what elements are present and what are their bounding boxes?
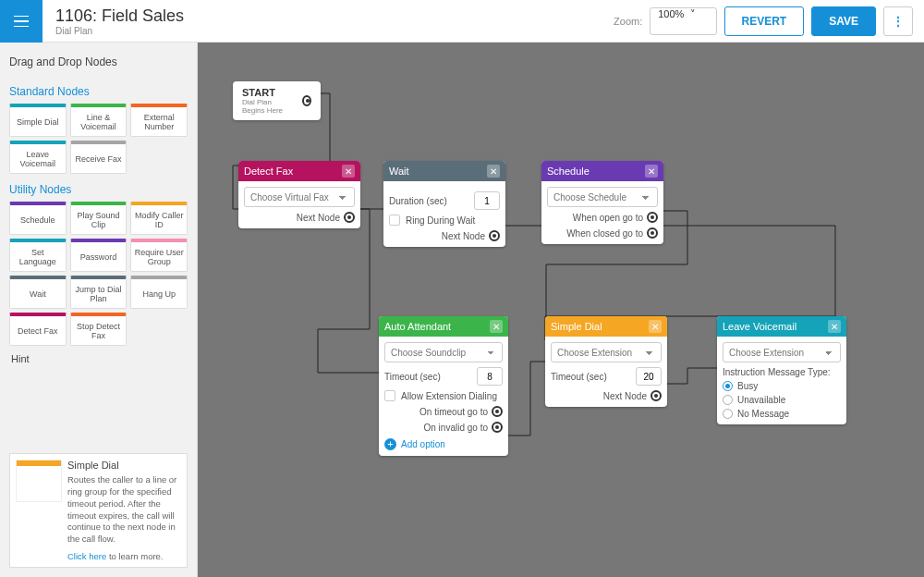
zoom-label: Zoom:	[614, 16, 642, 27]
duration-input[interactable]	[474, 191, 500, 210]
add-option-button[interactable]: +Add option	[384, 438, 503, 450]
hamburger-icon	[14, 16, 29, 27]
auto-attendant-node[interactable]: Auto Attendant✕ Choose Soundclip Timeout…	[379, 316, 508, 456]
hint-thumbnail	[16, 460, 62, 502]
node-tile[interactable]: Receive Fax	[70, 141, 128, 174]
drag-heading: Drag and Drop Nodes	[9, 55, 188, 68]
port-icon[interactable]	[489, 230, 500, 241]
title-area: 1106: Field Sales Dial Plan	[43, 6, 614, 36]
hint-body: Routes the caller to a line or ring grou…	[67, 474, 181, 546]
revert-button[interactable]: REVERT	[724, 6, 805, 36]
port-icon[interactable]	[344, 212, 355, 223]
close-icon[interactable]: ✕	[649, 320, 662, 333]
sidebar: Drag and Drop Nodes Standard Nodes Simpl…	[0, 43, 198, 577]
port-icon[interactable]	[650, 390, 662, 401]
close-icon[interactable]: ✕	[342, 165, 355, 178]
plus-icon: +	[384, 438, 396, 450]
virtual-fax-select[interactable]: Choose Virtual Fax	[244, 187, 355, 207]
leave-voicemail-node[interactable]: Leave Voicemail✕ Choose Extension Instru…	[717, 316, 846, 424]
port-icon[interactable]	[302, 95, 311, 106]
schedule-select[interactable]: Choose Schedule	[547, 187, 658, 207]
zoom-select[interactable]: 100% ˅	[650, 7, 716, 35]
radio-busy[interactable]: Busy	[723, 381, 841, 391]
close-icon[interactable]: ✕	[828, 320, 841, 333]
timeout-input[interactable]	[636, 367, 662, 386]
simple-dial-node[interactable]: Simple Dial✕ Choose Extension Timeout (s…	[545, 316, 667, 407]
page-title: 1106: Field Sales	[55, 6, 614, 26]
ring-checkbox[interactable]	[389, 215, 400, 226]
radio-icon	[723, 395, 733, 405]
node-tile[interactable]: Simple Dial	[9, 104, 67, 137]
node-tile[interactable]: Require User Group	[130, 239, 188, 272]
node-tile[interactable]: Hang Up	[130, 276, 188, 309]
close-icon[interactable]: ✕	[487, 165, 500, 178]
node-tile[interactable]: Set Language	[9, 239, 67, 272]
node-tile[interactable]: Password	[70, 239, 128, 272]
allow-ext-checkbox[interactable]	[384, 390, 395, 401]
page-subtitle: Dial Plan	[55, 26, 614, 36]
more-button[interactable]: ⋮	[883, 6, 913, 36]
node-tile[interactable]: Modify Caller ID	[130, 202, 188, 235]
close-icon[interactable]: ✕	[490, 320, 503, 333]
radio-icon	[723, 409, 733, 419]
hint-box: Simple Dial Routes the caller to a line …	[9, 453, 188, 568]
node-tile[interactable]: Wait	[9, 276, 67, 309]
radio-icon	[723, 381, 733, 391]
extension-select[interactable]: Choose Extension	[551, 342, 662, 362]
start-node[interactable]: START Dial Plan Begins Here	[233, 81, 321, 120]
port-icon[interactable]	[647, 212, 658, 223]
port-icon[interactable]	[492, 422, 503, 433]
utility-nodes-title: Utility Nodes	[9, 183, 188, 196]
vm-extension-select[interactable]: Choose Extension	[723, 342, 841, 362]
radio-no-message[interactable]: No Message	[723, 409, 841, 419]
close-icon[interactable]: ✕	[645, 165, 658, 178]
node-tile[interactable]: External Number	[130, 104, 188, 137]
soundclip-select[interactable]: Choose Soundclip	[384, 342, 503, 362]
connectors	[198, 43, 924, 577]
save-button[interactable]: SAVE	[811, 6, 876, 36]
node-tile[interactable]: Schedule	[9, 202, 67, 235]
node-tile[interactable]: Play Sound Clip	[70, 202, 128, 235]
standard-nodes-title: Standard Nodes	[9, 85, 188, 98]
node-tile[interactable]: Stop Detect Fax	[70, 313, 128, 346]
timeout-input[interactable]	[477, 367, 503, 386]
hint-label: Hint	[11, 353, 188, 364]
canvas[interactable]: START Dial Plan Begins Here Detect Fax✕ …	[198, 43, 924, 577]
hint-link[interactable]: Click here	[67, 551, 106, 561]
node-tile[interactable]: Jump to Dial Plan	[70, 276, 128, 309]
node-tile[interactable]: Line & Voicemail	[70, 104, 128, 137]
node-tile[interactable]: Detect Fax	[9, 313, 67, 346]
node-tile[interactable]: Leave Voicemail	[9, 141, 67, 174]
schedule-node[interactable]: Schedule✕ Choose Schedule When open go t…	[541, 161, 663, 244]
radio-unavailable[interactable]: Unavailable	[723, 395, 841, 405]
port-icon[interactable]	[647, 227, 658, 239]
detect-fax-node[interactable]: Detect Fax✕ Choose Virtual Fax Next Node	[238, 161, 360, 228]
wait-node[interactable]: Wait✕ Duration (sec) Ring During Wait Ne…	[383, 161, 505, 247]
port-icon[interactable]	[492, 406, 503, 417]
hint-title: Simple Dial	[67, 460, 181, 471]
menu-button[interactable]	[0, 0, 43, 43]
